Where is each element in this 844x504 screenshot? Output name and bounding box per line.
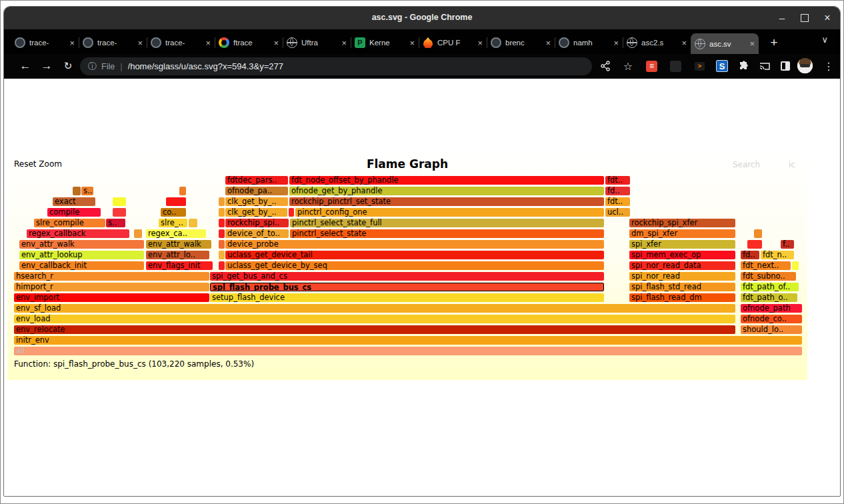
flame-frame-spi-nor-read-data[interactable]: spi_nor_read_data (629, 261, 735, 270)
flame-frame-rockchip-pinctrl-set-state[interactable]: rockchip_pinctrl_set_state (289, 197, 604, 206)
bookmark-star-icon[interactable]: ☆ (622, 61, 634, 73)
tab-cpu-f[interactable]: CPU F× (419, 33, 487, 52)
tab-close-icon[interactable]: × (477, 38, 483, 48)
flame-frame-fdt-next-[interactable]: fdt_next.. (741, 261, 791, 270)
flame-frame-pinctrl-select-state-full[interactable]: pinctrl_select_state_full (290, 219, 604, 227)
flame-frame-spi-flash-std-read[interactable]: spi_flash_std_read (629, 283, 735, 291)
flame-frame-env-attr-walk[interactable]: env_attr_walk (146, 240, 211, 249)
flame-frame-ucl-[interactable]: ucl.. (605, 208, 630, 217)
flame-frame-rockchip-spi-xfer[interactable]: rockchip_spi_xfer (629, 219, 735, 227)
flame-frame-all[interactable]: all (14, 347, 802, 355)
tab-search-chevron-icon[interactable]: ∨ (821, 35, 828, 45)
flame-frame-ofnode-co-[interactable]: ofnode_co.. (741, 315, 802, 323)
close-button[interactable]: × (816, 7, 839, 29)
flame-frame[interactable] (134, 229, 142, 238)
url-text[interactable]: /home/sglass/u/asc.svg?x=594.3&y=277 (128, 61, 283, 71)
tab-close-icon[interactable]: × (69, 38, 75, 48)
flame-frame-pinctrl-config-one[interactable]: pinctrl_config_one (295, 208, 604, 217)
flame-frame-device-probe[interactable]: device_probe (225, 240, 604, 249)
flame-frame-fdt-subno-[interactable]: fdt_subno.. (741, 272, 796, 281)
flame-frame-fdt-path-of-[interactable]: fdt_path_of.. (741, 283, 799, 291)
flame-frame[interactable] (219, 229, 225, 238)
flame-frame-env-import[interactable]: env_import (14, 293, 209, 302)
search-button[interactable]: Search (733, 160, 760, 169)
flame-frame-himport-r[interactable]: himport_r (14, 283, 209, 291)
address-bar[interactable]: ⓘ File | /home/sglass/u/asc.svg?x=594.3&… (80, 57, 592, 75)
profile-avatar[interactable] (797, 58, 813, 73)
flame-frame-env-attr-walk[interactable]: env_attr_walk (19, 240, 144, 249)
flame-frame-fd-[interactable]: fd.. (741, 251, 759, 259)
tab-close-icon[interactable]: × (273, 38, 279, 48)
flame-frame-pinctrl-select-state[interactable]: pinctrl_select_state (290, 229, 604, 238)
flame-frame-env-flags-init[interactable]: env_flags_init (146, 261, 213, 270)
flame-frame-env-callback-init[interactable]: env_callback_init (19, 261, 144, 270)
flame-frame[interactable] (792, 261, 799, 270)
flame-frame[interactable] (113, 208, 126, 217)
terminal-extension-icon[interactable]: > (695, 62, 705, 71)
flame-frame-spi-mem-exec-op[interactable]: spi_mem_exec_op (629, 251, 735, 259)
flame-frame-hsearch-r[interactable]: hsearch_r (14, 272, 209, 281)
page-info-icon[interactable]: ⓘ (88, 61, 97, 73)
tab-close-icon[interactable]: × (681, 38, 687, 48)
flame-frame[interactable] (219, 208, 225, 217)
flame-frame-env-load[interactable]: env_load (14, 315, 735, 323)
flame-frame-fdt-n-[interactable]: fdt_n.. (761, 251, 794, 259)
flame-frame-uclass-get-device-tail[interactable]: uclass_get_device_tail (225, 251, 604, 259)
flame-frame-exact[interactable]: exact (53, 197, 95, 206)
dark-extension-icon[interactable] (670, 61, 681, 72)
tab-brenc[interactable]: brenc× (487, 33, 555, 52)
flame-frame-f-[interactable]: f.. (781, 240, 794, 249)
flame-frame-compile[interactable]: compile (47, 208, 101, 217)
flame-frame[interactable] (219, 261, 225, 270)
flame-frame-env-attr-lo-[interactable]: env_attr_lo.. (146, 251, 209, 259)
reload-button[interactable]: ↻ (59, 54, 77, 79)
tab-trace-[interactable]: trace-× (79, 33, 147, 52)
flame-frame[interactable] (73, 187, 81, 195)
flame-frame-slre-compile[interactable]: slre_compile (34, 219, 105, 227)
flame-frame-rockchip-spi-[interactable]: rockchip_spi.. (225, 219, 289, 227)
flame-frame-env-sf-load[interactable]: env_sf_load (14, 304, 735, 313)
tab-trace-[interactable]: trace-× (147, 33, 215, 52)
tab-close-icon[interactable]: × (341, 38, 347, 48)
flame-frame-fdtdec-pars-[interactable]: fdtdec_pars.. (225, 176, 288, 185)
flame-frame-spi-xfer[interactable]: spi_xfer (629, 240, 735, 249)
tab-asc2-s[interactable]: asc2.s× (623, 33, 691, 52)
tab-close-icon[interactable]: × (409, 38, 415, 48)
tab-close-icon[interactable]: × (137, 38, 143, 48)
reading-mode-icon[interactable] (781, 61, 790, 71)
flame-frame-clk-get-by-[interactable]: clk_get_by_.. (225, 208, 287, 217)
flame-frame[interactable] (219, 219, 225, 227)
tab-close-icon[interactable]: × (205, 38, 211, 48)
extensions-puzzle-icon[interactable] (737, 61, 749, 73)
flame-frame-spi-nor-read[interactable]: spi_nor_read (629, 272, 735, 281)
flame-frame-slre-[interactable]: slre_.. (159, 219, 187, 227)
maximize-button[interactable] (793, 7, 816, 29)
back-button[interactable]: ← (16, 54, 35, 79)
new-tab-button[interactable]: + (764, 33, 784, 52)
flame-frame-s-[interactable]: s.. (106, 219, 125, 227)
flame-frame-regex-callback[interactable]: regex_callback (27, 229, 129, 238)
flame-frame-fdt-[interactable]: fdt.. (605, 176, 630, 185)
flame-frame[interactable] (219, 197, 225, 206)
flame-frame[interactable] (747, 240, 762, 249)
flame-frame[interactable] (166, 197, 186, 206)
tab-trace-[interactable]: trace-× (11, 33, 79, 52)
flame-frame[interactable] (219, 240, 225, 249)
flame-frame-spi-flash-read-dm[interactable]: spi_flash_read_dm (629, 293, 735, 302)
flame-frame-spi-get-bus-and-cs[interactable]: spi_get_bus_and_cs (210, 272, 604, 281)
cast-icon[interactable] (759, 61, 771, 73)
flame-frame-uclass-get-device-by-seq[interactable]: uclass_get_device_by_seq (225, 261, 604, 270)
flame-frame-env-attr-lookup[interactable]: env_attr_lookup (19, 251, 144, 259)
tab-close-icon[interactable]: × (545, 38, 551, 48)
flame-frame-dm-spi-xfer[interactable]: dm_spi_xfer (629, 229, 735, 238)
flame-frame-should-lo-[interactable]: should_lo.. (741, 325, 802, 334)
minimize-button[interactable]: – (771, 7, 793, 29)
menu-dots-icon[interactable]: ⋮ (823, 61, 835, 73)
reset-zoom-button[interactable]: Reset Zoom (14, 159, 62, 169)
share-icon[interactable] (599, 61, 611, 73)
flame-frame-regex-ca-[interactable]: regex_ca.. (146, 229, 206, 238)
flame-frame-env-relocate[interactable]: env_relocate (14, 325, 735, 334)
flame-frame[interactable] (219, 251, 225, 259)
tab-close-icon[interactable]: × (749, 39, 755, 49)
flame-frame-co-[interactable]: co.. (161, 208, 186, 217)
